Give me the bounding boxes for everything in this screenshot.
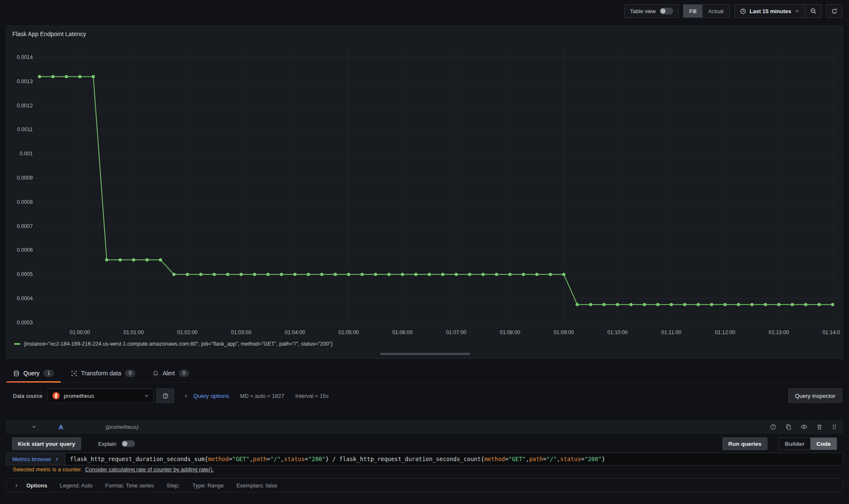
series-point [441, 273, 445, 276]
tab-query[interactable]: Query1 [6, 364, 61, 382]
table-view-label: Table view [630, 8, 656, 14]
time-picker-group: Last 15 minutes [734, 4, 822, 18]
time-series-chart[interactable]: 0.00140.00130.00120.00110.0010.00090.000… [9, 37, 840, 336]
query-ref-id[interactable]: A [59, 423, 63, 431]
panel-editor-toolbar: Table view Fill Actual Last 15 minutes [0, 0, 849, 22]
datasource-picker[interactable]: prometheus [48, 389, 154, 403]
query-token: = [229, 456, 232, 462]
chevron-down-icon [795, 8, 800, 14]
option-item: Step: [167, 482, 180, 489]
legend-series-color[interactable] [14, 343, 20, 345]
query-options-summary-row[interactable]: Options Legend: AutoFormat: Time seriesS… [6, 478, 843, 493]
query-row-header[interactable]: A (prometheus) [6, 420, 843, 434]
series-point [697, 303, 700, 306]
series-point [253, 273, 257, 276]
query-token: status [560, 456, 581, 462]
tab-alert[interactable]: Alert0 [145, 364, 196, 382]
table-view-group: Table view [624, 4, 679, 18]
datasource-row: Data source prometheus Query options MD … [6, 388, 843, 403]
duplicate-icon[interactable] [785, 424, 792, 430]
series-point [562, 273, 566, 276]
collapse-query-icon[interactable] [31, 424, 37, 429]
warning-text: Selected metric is a counter. [13, 466, 82, 473]
zoom-out-button[interactable] [805, 5, 821, 17]
query-token: , [557, 456, 560, 462]
metrics-browser-button[interactable]: Metrics browser [6, 453, 65, 465]
table-view-toggle[interactable] [660, 8, 673, 14]
series-point [78, 75, 82, 79]
query-token: "200" [308, 456, 326, 462]
time-range-button[interactable]: Last 15 minutes [735, 5, 805, 17]
query-token: } / flask_http_request_duration_seconds_… [325, 456, 484, 462]
x-axis-tick: 01:13:00 [769, 329, 789, 335]
chevron-right-icon [183, 394, 188, 398]
datasource-help-button[interactable] [156, 389, 174, 403]
query-token: = [305, 456, 308, 462]
chevron-right-icon[interactable] [14, 483, 19, 488]
x-axis-tick: 01:04:00 [285, 329, 305, 335]
help-circle-icon[interactable] [770, 424, 776, 430]
run-queries-button[interactable]: Run queries [722, 437, 767, 450]
series-point [791, 303, 794, 306]
series-point [454, 273, 458, 276]
fill-actual-switch: Fill Actual [683, 4, 730, 18]
series-point [293, 273, 297, 276]
series-point [145, 258, 149, 262]
series-point [266, 273, 270, 276]
actual-option[interactable]: Actual [702, 5, 730, 17]
code-mode-option[interactable]: Code [810, 438, 837, 450]
kick-start-query-button[interactable]: Kick start your query [12, 437, 81, 450]
series-point [764, 303, 767, 306]
series-point [482, 273, 485, 276]
query-token: } [602, 456, 605, 462]
bell-icon [152, 370, 159, 377]
query-token: "/" [270, 456, 280, 462]
builder-mode-option[interactable]: Builder [779, 438, 811, 450]
x-axis-tick: 01:03:00 [231, 329, 251, 335]
add-rate-link[interactable]: Consider calculating rate of counter by … [85, 466, 214, 473]
query-token: , [526, 456, 529, 462]
trash-icon[interactable] [816, 424, 823, 430]
refresh-button[interactable] [826, 4, 842, 18]
series-point [468, 273, 471, 276]
promql-query-input[interactable]: flask_http_request_duration_seconds_sum{… [65, 453, 843, 465]
latency-panel: Flask App Endpoint Latency 0.00140.00130… [6, 25, 843, 359]
series-point [603, 303, 606, 306]
series-point [750, 303, 754, 306]
drag-handle-icon[interactable] [832, 424, 837, 430]
series-point [226, 273, 229, 276]
query-token: = [267, 456, 270, 462]
series-point [213, 273, 216, 276]
legend-series-label[interactable]: {instance="ec2-184-169-216-224.us-west-1… [24, 341, 333, 347]
series-point [105, 258, 109, 262]
explain-toggle[interactable] [121, 440, 135, 447]
y-axis-tick: 0.0005 [17, 271, 33, 277]
query-inspector-button[interactable]: Query inspector [788, 389, 842, 403]
fill-option[interactable]: Fill [683, 5, 702, 17]
eye-icon[interactable] [801, 423, 807, 430]
explain-label: Explain [98, 441, 116, 447]
query-options-link[interactable]: Query options [193, 393, 229, 399]
tab-count-badge: 0 [125, 369, 135, 377]
x-axis-tick: 01:11:00 [661, 329, 681, 335]
query-token: "GET" [232, 456, 250, 462]
tab-transform-data[interactable]: Transform data0 [64, 364, 143, 382]
y-axis-tick: 0.0009 [17, 175, 33, 181]
series-point [65, 75, 68, 79]
time-range-label: Last 15 minutes [750, 8, 791, 14]
latency-chart-svg[interactable]: 0.00140.00130.00120.00110.0010.00090.000… [9, 37, 840, 336]
series-point [629, 303, 633, 306]
y-axis-tick: 0.0008 [17, 199, 33, 205]
series-point [186, 273, 189, 276]
query-token: method [208, 456, 229, 462]
query-toolbar-row: Kick start your query Explain Run querie… [12, 437, 837, 450]
chevron-right-icon [54, 457, 59, 462]
series-point [401, 273, 404, 276]
horizontal-scrollbar[interactable] [380, 353, 470, 355]
series-point [495, 273, 498, 276]
query-token: path [253, 456, 267, 462]
series-point [643, 303, 646, 306]
series-point [616, 303, 619, 306]
series-point [535, 273, 539, 276]
chart-legend: {instance="ec2-184-169-216-224.us-west-1… [14, 341, 333, 347]
